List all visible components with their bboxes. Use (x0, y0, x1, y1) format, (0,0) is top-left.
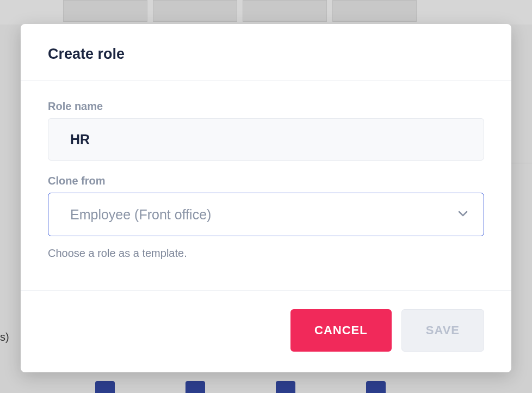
bg-tab (63, 0, 147, 22)
bg-bottom-block (366, 381, 386, 393)
bg-bottom-block (185, 381, 205, 393)
clone-from-select-wrap: Employee (Front office) (48, 193, 484, 236)
bg-bottom-block (276, 381, 295, 393)
cancel-button[interactable]: CANCEL (290, 309, 392, 352)
bg-tabs (63, 0, 417, 22)
clone-from-field: Clone from Employee (Front office) Choos… (48, 175, 484, 260)
bg-bottom-row (95, 381, 386, 393)
bg-bottom-block (95, 381, 115, 393)
modal-footer: CANCEL SAVE (21, 290, 511, 372)
modal-body: Role name Clone from Employee (Front off… (21, 81, 511, 290)
bg-tab (332, 0, 417, 22)
role-name-input[interactable] (48, 118, 484, 161)
clone-from-select[interactable]: Employee (Front office) (48, 193, 484, 236)
clone-from-selected-value: Employee (Front office) (70, 207, 211, 223)
clone-from-label: Clone from (48, 175, 484, 187)
role-name-field: Role name (48, 100, 484, 161)
bg-tab (243, 0, 327, 22)
role-name-label: Role name (48, 100, 484, 113)
create-role-modal: Create role Role name Clone from Employe… (21, 24, 511, 372)
bg-tab (153, 0, 237, 22)
save-button[interactable]: SAVE (401, 309, 484, 352)
clone-from-helper: Choose a role as a template. (48, 247, 484, 260)
modal-title: Create role (48, 46, 484, 63)
modal-header: Create role (21, 24, 511, 81)
bg-right-divider (510, 24, 532, 163)
bg-left-text-fragment: s) (0, 331, 9, 343)
